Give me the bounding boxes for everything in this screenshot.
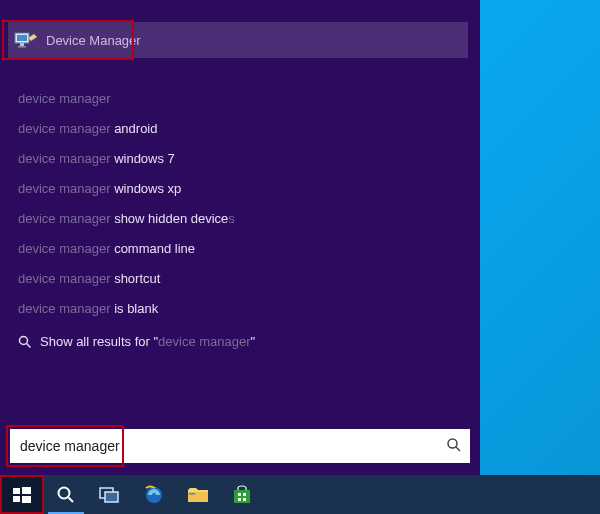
suggestion-item[interactable]: device manager is blank <box>18 294 458 324</box>
search-input[interactable] <box>10 429 470 463</box>
suggestion-item[interactable]: device manager show hidden devices <box>18 204 458 234</box>
show-all-results[interactable]: Show all results for "device manager" <box>18 324 458 349</box>
suggestion-item[interactable]: device manager windows 7 <box>18 144 458 174</box>
suggestion-item[interactable]: device manager shortcut <box>18 264 458 294</box>
ie-button[interactable] <box>132 475 176 514</box>
svg-rect-2 <box>20 43 24 46</box>
svg-point-12 <box>59 487 70 498</box>
top-result[interactable]: Device Manager <box>8 22 468 58</box>
search-box-container <box>10 429 470 463</box>
svg-rect-22 <box>238 498 241 501</box>
svg-rect-8 <box>13 488 20 494</box>
device-manager-icon <box>14 30 38 50</box>
explorer-button[interactable] <box>176 475 220 514</box>
top-result-label: Device Manager <box>46 33 141 48</box>
svg-rect-1 <box>17 35 27 41</box>
search-results-pane: Device Manager device manager device man… <box>0 0 480 475</box>
svg-rect-19 <box>234 490 250 503</box>
suggestion-item[interactable]: device manager command line <box>18 234 458 264</box>
svg-line-13 <box>69 497 74 502</box>
start-button[interactable] <box>0 475 44 514</box>
svg-rect-20 <box>238 493 241 496</box>
ie-icon <box>143 484 165 506</box>
svg-rect-21 <box>243 493 246 496</box>
suggestion-item[interactable]: device manager windows xp <box>18 174 458 204</box>
svg-rect-15 <box>105 492 118 502</box>
show-all-text: Show all results for "device manager" <box>40 334 255 349</box>
svg-rect-9 <box>22 487 31 494</box>
store-button[interactable] <box>220 475 264 514</box>
suggestion-list: device manager device manager android de… <box>18 84 458 349</box>
taskview-button[interactable] <box>88 475 132 514</box>
svg-rect-23 <box>243 498 246 501</box>
suggestion-item[interactable]: device manager <box>18 84 458 114</box>
search-button[interactable] <box>44 475 88 514</box>
svg-rect-18 <box>189 493 195 495</box>
store-icon <box>232 485 252 505</box>
svg-line-7 <box>456 447 460 451</box>
svg-point-4 <box>20 336 28 344</box>
taskbar <box>0 475 600 514</box>
search-icon[interactable] <box>446 437 462 453</box>
svg-rect-11 <box>22 496 31 503</box>
svg-point-6 <box>448 439 457 448</box>
desktop-background <box>480 0 600 475</box>
taskview-icon <box>99 486 121 504</box>
svg-line-5 <box>27 343 31 347</box>
suggestion-item[interactable]: device manager android <box>18 114 458 144</box>
search-icon <box>56 485 76 505</box>
svg-rect-10 <box>13 496 20 502</box>
search-icon <box>18 335 32 349</box>
folder-icon <box>187 486 209 504</box>
windows-icon <box>12 485 32 505</box>
svg-rect-3 <box>18 46 26 48</box>
